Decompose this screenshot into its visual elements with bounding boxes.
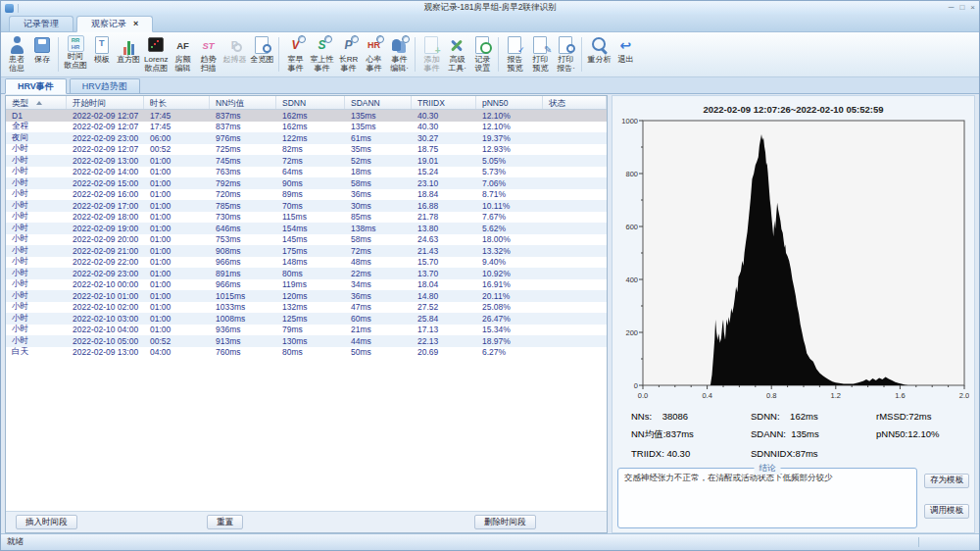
add-event-icon [420,35,442,55]
tab-close-icon[interactable]: × [133,20,138,28]
column-header[interactable]: 时长 [144,96,210,109]
toolbar-label: 添加 事件 [423,56,439,73]
svg-text:1.2: 1.2 [831,391,841,400]
cell: 13.32% [476,246,543,256]
table-row[interactable]: 小时2022-02-09 13:0001:00745ms72ms52ms19.0… [6,155,607,167]
column-header[interactable]: 类型 [6,96,67,109]
toolbar-report-preview-button[interactable]: 报告 预览 [502,34,527,75]
column-header[interactable]: TRIIDX [412,96,476,109]
time-scatter-icon [68,35,84,52]
exit-icon [614,35,636,55]
table-row[interactable]: 小时2022-02-09 22:0001:00966ms148ms48ms15.… [6,257,607,269]
toolbar-reanalyze-button[interactable]: 重分析 [585,34,612,75]
table-row[interactable]: 小时2022-02-10 03:0001:001008ms125ms60ms25… [6,313,607,325]
table-row[interactable]: 小时2022-02-09 15:0001:00792ms90ms58ms23.1… [6,177,607,189]
toolbar-exit-button[interactable]: 退出 [612,34,638,75]
table-row[interactable]: 小时2022-02-09 18:0001:00730ms115ms85ms21.… [6,212,607,224]
toolbar-hr-events-button[interactable]: 心率 事件 [361,34,386,75]
insert-period-button[interactable]: 插入时间段 [16,515,77,529]
cell: 小时 [6,335,67,347]
tab-record-management[interactable]: 记录管理 [9,16,74,31]
column-header[interactable]: SDANN [345,96,412,109]
cell: 730ms [210,212,276,222]
save-template-button[interactable]: 存为模板 [924,474,969,488]
toolbar-event-edit-button[interactable]: 事件 编辑· [386,34,412,75]
toolbar-pvc-events-button[interactable]: 室早 事件 [282,34,308,75]
toolbar-template-button[interactable]: 模板 [89,34,115,75]
load-template-button[interactable]: 调用模板 [924,504,969,519]
cell: 2022-02-10 02:00 [67,302,144,312]
cell: 18.04 [412,279,476,289]
toolbar-label: 直方图 [117,56,140,65]
table-row[interactable]: 小时2022-02-09 12:0700:52725ms82ms35ms18.7… [6,144,607,156]
cell: 14.80 [412,291,476,301]
column-header[interactable]: SDNN [276,96,345,109]
toolbar-save-button[interactable]: 保存 [29,34,55,75]
toolbar-trend-scan-button[interactable]: 趋势 扫描 [195,34,220,75]
cell: D1 [6,111,67,121]
subtab-hrv-events[interactable]: HRV事件 [5,78,67,94]
table-row[interactable]: 小时2022-02-10 01:0001:001015ms120ms36ms14… [6,290,607,302]
cell: 7.67% [476,212,543,222]
toolbar-long-rr-events-button[interactable]: 长RR 事件 [335,34,361,75]
cell: 13.70 [412,269,476,278]
cell: 18.00% [476,234,543,244]
restore-icon[interactable]: □ [959,3,964,13]
toolbar-sve-events-button[interactable]: 室上性 事件 [308,34,335,75]
table-row[interactable]: 小时2022-02-09 21:0001:00908ms175ms72ms21.… [6,245,607,257]
toolbar-print-preview-button[interactable]: 打印 预览 [527,34,553,75]
toolbar-patient-info-button[interactable]: 患者 信息 [4,34,29,75]
cell: 12.10% [476,122,543,131]
toolbar-advanced-tools-button[interactable]: 高级 工具· [444,34,469,75]
svg-text:400: 400 [625,276,638,284]
cell: 7.06% [476,178,543,188]
reset-button[interactable]: 重置 [207,515,243,529]
cell: 2022-02-09 12:07 [67,144,144,154]
column-header[interactable]: 状态 [543,96,607,109]
table-row[interactable]: 白天2022-02-09 13:0004:00760ms80ms50ms20.6… [6,347,607,359]
table-row[interactable]: 小时2022-02-10 04:0001:00936ms79ms21ms17.1… [6,325,607,336]
cell: 47ms [345,302,412,312]
table-row[interactable]: 小时2022-02-10 02:0001:001033ms132ms47ms27… [6,302,607,314]
table-row[interactable]: 小时2022-02-09 20:0001:00753ms145ms58ms24.… [6,234,607,246]
table-row[interactable]: 小时2022-02-09 16:0001:00720ms89ms36ms18.8… [6,189,607,201]
overview-icon [251,35,272,55]
table-row[interactable]: 小时2022-02-09 23:0001:00891ms80ms22ms13.7… [6,268,607,279]
toolbar-histogram-button[interactable]: 直方图 [115,34,142,75]
toolbar-print-report-button[interactable]: 打印 报告· [553,34,578,75]
table-row[interactable]: D12022-02-09 12:0717:45837ms162ms135ms40… [6,110,607,122]
cell: 夜间 [6,132,67,144]
delete-period-button[interactable]: 删除时间段 [474,515,536,529]
toolbar-separator [581,37,582,72]
stat-value: NN均值:837ms [631,428,751,441]
table-row[interactable]: 小时2022-02-09 17:0001:00785ms70ms30ms16.8… [6,200,607,212]
table-row[interactable]: 夜间2022-02-09 23:0006:00976ms122ms61ms30.… [6,132,607,144]
table-row[interactable]: 小时2022-02-10 05:0000:52913ms130ms44ms22.… [6,335,607,347]
table-row[interactable]: 全程2022-02-09 12:0717:45837ms162ms135ms40… [6,122,607,133]
toolbar-separator [58,37,59,72]
table-row[interactable]: 小时2022-02-10 00:0001:00966ms119ms34ms18.… [6,279,607,291]
cell: 01:00 [144,279,210,289]
status-bar: 就绪 [1,533,979,550]
column-header[interactable]: NN均值 [210,96,276,109]
tab-observe-record[interactable]: 观察记录 × [76,16,153,32]
column-header[interactable]: 开始时间 [67,96,144,109]
toolbar-lorenz-scatter-button[interactable]: Lorenz 散点图 [142,34,170,75]
cell: 01:00 [144,224,210,233]
cell: 30ms [345,201,412,211]
toolbar-record-settings-button[interactable]: 记录 设置 [469,34,495,75]
cell: 646ms [210,224,276,233]
table-row[interactable]: 小时2022-02-09 19:0001:00646ms154ms138ms13… [6,223,607,234]
subtab-hrv-trend[interactable]: HRV趋势图 [70,78,140,93]
template-icon [91,35,113,55]
minimize-icon[interactable]: ─ [949,3,955,13]
column-header[interactable]: pNN50 [476,96,543,109]
close-icon[interactable]: × [970,3,975,13]
toolbar-time-scatter-button[interactable]: 时间 散点图 [62,34,89,75]
conclusion-groupbox: 结论 交感神经张力不正常，在清醒或活动状态下低频部分较少 [617,468,917,528]
cell: 19.01 [412,156,476,166]
toolbar-overview-button[interactable]: 全览图 [248,34,275,75]
cell: 2022-02-10 04:00 [67,325,144,334]
toolbar-af-edit-button[interactable]: 房颤 编辑 [170,34,195,75]
table-row[interactable]: 小时2022-02-09 14:0001:00763ms64ms18ms15.2… [6,167,607,178]
